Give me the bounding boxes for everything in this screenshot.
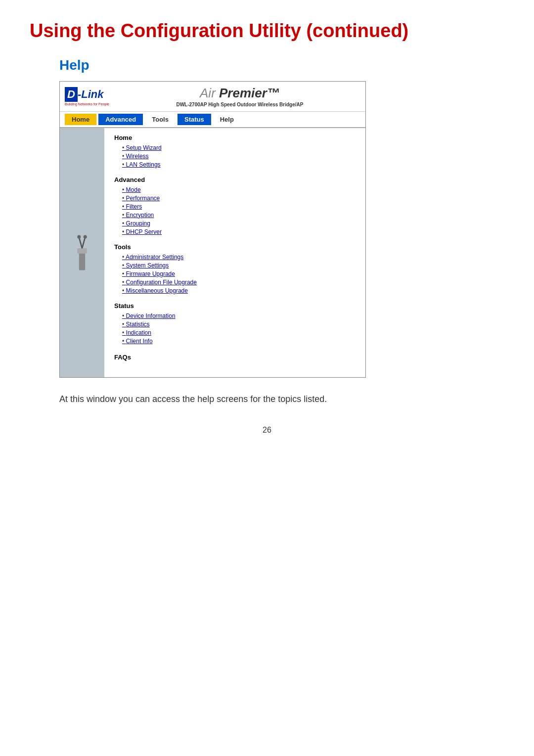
content-area: Home Setup Wizard Wireless LAN Settings … (104, 128, 365, 377)
svg-rect-1 (77, 248, 87, 254)
logo-tagline: Building Networks for People (65, 102, 109, 106)
device-ui-panel: D -Link Building Networks for People Air… (59, 81, 366, 378)
air-premier-logo: Air Premier™ (119, 86, 360, 101)
nav-bar: Home Advanced Tools Status Help (60, 112, 365, 128)
device-body: Home Setup Wizard Wireless LAN Settings … (60, 128, 365, 377)
advanced-item-mode[interactable]: Mode (122, 186, 356, 193)
tools-item-firmware[interactable]: Firmware Upgrade (122, 270, 356, 277)
advanced-item-encryption[interactable]: Encryption (122, 212, 356, 219)
antenna-icon (70, 233, 94, 272)
page-title: Using the Configuration Utility (continu… (30, 20, 504, 43)
device-header: D -Link Building Networks for People Air… (60, 82, 365, 112)
air-text: Air (200, 86, 216, 100)
advanced-item-grouping[interactable]: Grouping (122, 220, 356, 227)
home-list: Setup Wizard Wireless LAN Settings (114, 144, 356, 168)
advanced-item-dhcp[interactable]: DHCP Server (122, 228, 356, 235)
faqs-link[interactable]: FAQs (114, 354, 131, 361)
logo-link: -Link (78, 88, 104, 101)
section-heading: Help (59, 57, 504, 73)
status-list: Device Information Statistics Indication… (114, 312, 356, 345)
status-item-client-info[interactable]: Client Info (122, 338, 356, 345)
status-item-device-info[interactable]: Device Information (122, 312, 356, 319)
svg-point-4 (77, 235, 81, 238)
tools-section: Tools Administrator Settings System Sett… (114, 243, 356, 294)
nav-tools[interactable]: Tools (145, 114, 176, 125)
tools-item-config[interactable]: Configuration File Upgrade (122, 279, 356, 286)
logo-d: D (65, 87, 78, 102)
status-item-indication[interactable]: Indication (122, 329, 356, 336)
home-item-wireless[interactable]: Wireless (122, 153, 356, 160)
advanced-item-filters[interactable]: Filters (122, 203, 356, 210)
page-number: 26 (30, 426, 504, 435)
home-section: Home Setup Wizard Wireless LAN Settings (114, 134, 356, 168)
tools-item-admin[interactable]: Administrator Settings (122, 254, 356, 261)
svg-point-5 (84, 235, 87, 238)
home-item-lan[interactable]: LAN Settings (122, 161, 356, 168)
air-premier-section: Air Premier™ DWL-2700AP High Speed Outdo… (109, 86, 360, 107)
nav-help[interactable]: Help (213, 114, 241, 125)
home-item-setup[interactable]: Setup Wizard (122, 144, 356, 151)
premier-text: Premier™ (216, 86, 280, 100)
home-section-title: Home (114, 134, 356, 141)
status-item-statistics[interactable]: Statistics (122, 321, 356, 328)
nav-home[interactable]: Home (65, 114, 96, 125)
tools-list: Administrator Settings System Settings F… (114, 254, 356, 294)
dlink-logo: D -Link Building Networks for People (65, 87, 109, 106)
svg-line-2 (79, 237, 82, 248)
advanced-list: Mode Performance Filters Encryption Grou… (114, 186, 356, 235)
tools-item-misc[interactable]: Miscellaneous Upgrade (122, 287, 356, 294)
device-model: DWL-2700AP High Speed Outdoor Wireless B… (119, 102, 360, 107)
device-main-col: Home Setup Wizard Wireless LAN Settings … (104, 128, 365, 377)
tools-section-title: Tools (114, 243, 356, 251)
nav-advanced[interactable]: Advanced (98, 114, 143, 125)
advanced-item-performance[interactable]: Performance (122, 195, 356, 202)
description-text: At this window you can access the help s… (59, 393, 504, 406)
nav-status[interactable]: Status (178, 114, 211, 125)
device-image-col (60, 128, 104, 377)
advanced-section-title: Advanced (114, 176, 356, 183)
status-section-title: Status (114, 302, 356, 310)
svg-line-3 (82, 237, 85, 248)
faqs-section: FAQs (114, 353, 356, 361)
status-section: Status Device Information Statistics Ind… (114, 302, 356, 345)
advanced-section: Advanced Mode Performance Filters Encryp… (114, 176, 356, 235)
tools-item-system[interactable]: System Settings (122, 262, 356, 269)
